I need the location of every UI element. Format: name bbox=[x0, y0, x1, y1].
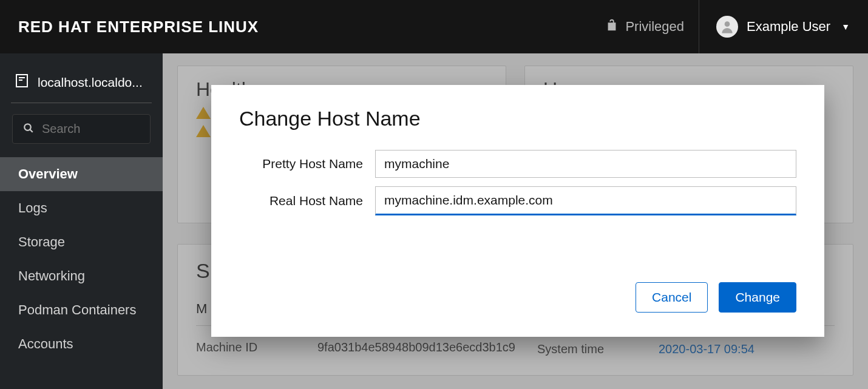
pretty-hostname-input[interactable] bbox=[375, 150, 796, 178]
pretty-hostname-row: Pretty Host Name bbox=[239, 150, 796, 178]
sidebar: localhost.localdo... Overview Logs Stora… bbox=[0, 53, 163, 389]
sidebar-divider bbox=[11, 103, 152, 103]
svg-line-5 bbox=[30, 129, 33, 132]
svg-point-0 bbox=[725, 21, 730, 27]
sidebar-item-logs[interactable]: Logs bbox=[0, 191, 163, 225]
brand-title: RED HAT ENTERPRISE LINUX bbox=[18, 18, 259, 36]
user-menu[interactable]: Example User ▼ bbox=[716, 16, 850, 38]
sidebar-item-podman[interactable]: Podman Containers bbox=[0, 293, 163, 327]
real-hostname-row: Real Host Name bbox=[239, 186, 796, 215]
cancel-button[interactable]: Cancel bbox=[636, 282, 708, 313]
sidebar-item-accounts[interactable]: Accounts bbox=[0, 327, 163, 361]
avatar-icon bbox=[716, 16, 738, 38]
host-selector[interactable]: localhost.localdo... bbox=[0, 66, 163, 103]
sidebar-item-networking[interactable]: Networking bbox=[0, 259, 163, 293]
pretty-hostname-label: Pretty Host Name bbox=[239, 157, 375, 171]
server-icon bbox=[15, 73, 29, 92]
privileged-indicator[interactable]: Privileged bbox=[606, 0, 699, 53]
change-button[interactable]: Change bbox=[719, 282, 796, 313]
real-hostname-label: Real Host Name bbox=[239, 194, 375, 208]
search-wrap bbox=[0, 114, 163, 157]
dialog-actions: Cancel Change bbox=[239, 282, 796, 313]
sidebar-item-overview[interactable]: Overview bbox=[0, 157, 163, 191]
top-header: RED HAT ENTERPRISE LINUX Privileged Exam… bbox=[0, 0, 868, 53]
nav: Overview Logs Storage Networking Podman … bbox=[0, 157, 163, 361]
username-label: Example User bbox=[747, 19, 830, 35]
caret-down-icon: ▼ bbox=[841, 22, 850, 32]
real-hostname-input[interactable] bbox=[375, 186, 796, 215]
hostname-display: localhost.localdo... bbox=[38, 75, 143, 90]
search-icon bbox=[23, 123, 34, 137]
privileged-label: Privileged bbox=[625, 19, 684, 35]
change-hostname-dialog: Change Host Name Pretty Host Name Real H… bbox=[211, 85, 824, 337]
svg-point-4 bbox=[24, 124, 31, 130]
unlock-icon bbox=[606, 18, 618, 35]
header-right: Privileged Example User ▼ bbox=[606, 0, 850, 53]
sidebar-item-storage[interactable]: Storage bbox=[0, 225, 163, 259]
dialog-title: Change Host Name bbox=[239, 107, 796, 130]
